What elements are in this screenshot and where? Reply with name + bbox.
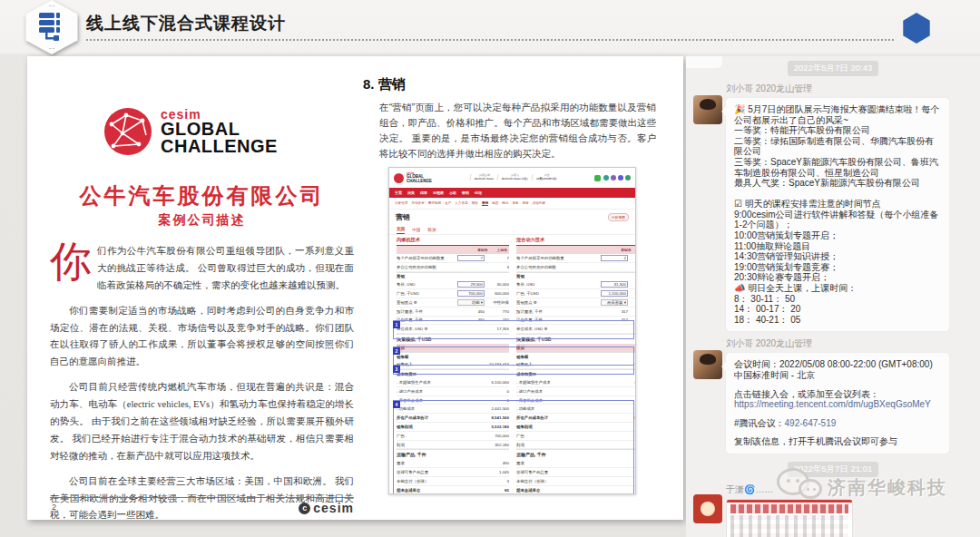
table-row: 全球可售产品总量1,045 [397, 468, 509, 477]
table-row: 售价, USD29,50030,000 [397, 280, 509, 289]
message-bubble: 会议时间：2022/05/08 08:00-22:00 (GMT+08:00) … [726, 353, 949, 454]
cesim-logo: cesim GLOBAL CHALLENGE [103, 106, 278, 157]
course-hexagon-badge [24, 0, 80, 54]
table-row: 运输产品, 千件 [516, 449, 636, 459]
watermark: 济南华峻科技 [777, 464, 947, 510]
wechat-chat-panel: 2022年5月7日 20:43 刘小哥 2020龙山管理 🎉 5月7日的团队展示… [686, 56, 980, 537]
dropcap: 你 [50, 243, 97, 280]
table-row: 利润352,180 [397, 441, 509, 450]
screenshot-header: cesim GLOBAL CHALLENGE 决策区域Rochelle Swan… [389, 168, 635, 188]
table-row: - 库存机会成本0 [516, 396, 636, 405]
table-row: 广告, 千USD1,100,0001,000,000 [516, 289, 636, 298]
table-row: 广告1,100,000 [516, 432, 636, 441]
meeting-link[interactable]: https://meeting.tencent.com/dm/ugBXeqGso… [734, 399, 941, 410]
slide-header: 线上线下混合式课程设计 [0, 0, 980, 54]
cesim-c-icon: c [299, 503, 310, 514]
region-tabs: 美国中国欧洲 [389, 224, 635, 235]
table-row: 营销 [516, 272, 636, 281]
sender-name: 刘小哥 2020龙山管理 [726, 83, 971, 95]
table-row: 预计需求, 千件450770 [397, 308, 509, 317]
table-row: 营销重点 ⚙功能 ▾中性环保 [397, 298, 509, 308]
logo-challenge-text: CHALLENGE [161, 138, 278, 155]
table-row: 预计需求, 千件317317 [516, 308, 636, 317]
table-row: 销售收入10,734,474 [397, 360, 509, 369]
hybrid-tech-column: 混合动力技术 本回合 上回合 每个产品拟采用的功能数量22来自公司研发的功能数3… [516, 235, 636, 494]
cesim-platform-screenshot: cesim GLOBAL CHALLENGE 决策区域Rochelle Swan… [388, 167, 636, 494]
chat-timestamp: 2022年5月7日 20:43 [788, 61, 879, 76]
status-chip-icon [594, 175, 601, 181]
paragraph-4: 公司目前在全球主要经营三大市场区域：美国，中国和欧洲。 我们在美国和欧洲的业务相… [50, 474, 354, 525]
table-row: 需求450 [397, 459, 509, 468]
title-underline [86, 39, 894, 41]
table-row: 期末全球库存62 [516, 486, 636, 494]
screenshot-page-title: 营销 [396, 212, 410, 222]
sender-name: 刘小哥 2020龙山管理 [726, 337, 971, 350]
section-body-text: 在“营销”页面上，您可以决定每种产品拟采用的功能数量以及营销组合，即产品、价格和… [379, 100, 656, 161]
table-row: 模拟 [516, 344, 636, 352]
table-row: - 功能成本1,902,000 [516, 405, 636, 414]
table-row: 每个产品拟采用的功能数量22 [516, 254, 636, 263]
table-row: 营销 [397, 272, 509, 281]
screenshot-cesim-logo: cesim GLOBAL CHALLENGE [394, 172, 432, 183]
table-row: - 本期现货生产成本6,358,000 [516, 378, 636, 387]
table-row: 成本和费用 [516, 369, 636, 378]
table-row: 销售额 [516, 352, 636, 361]
message-bubble: 🎉 5月7日的团队展示与海报大赛圆满结束啦！每个公司都展示出了自己的风采~一等奖… [726, 98, 949, 331]
table-row: 计划产量, 千件317317 [516, 317, 636, 326]
table-row: 销售利润5,532,180 [397, 423, 509, 432]
attachment-results-table [730, 515, 848, 537]
table-row: 决策模拟, 千USD [397, 334, 509, 344]
case-body-text: 你们作为公牛汽车股份有限公司重组领导团队，一系列意义重大的挑战正等待达成。 公司… [50, 243, 354, 532]
table-row: - 进口产品成本0 [397, 387, 509, 396]
hexagon-decoration [902, 13, 931, 44]
table-row: 销售利润1,592,600 [516, 423, 636, 432]
table-row: 模拟 [397, 344, 509, 352]
table-row: 营销重点 ⚙品质形象 ▾高端环保 [516, 298, 636, 308]
table-row: 未能交付（全球）3 [397, 477, 509, 486]
case-description-page: cesim GLOBAL CHALLENGE 公牛汽车股份有限公司 案例公司描述… [50, 56, 354, 520]
avatar[interactable] [693, 350, 722, 379]
table-row: - 本期现货生产成本6,100,000 [397, 378, 509, 387]
table-row: 所有产品成本合计8,541,500 [397, 414, 509, 423]
table-row: - 功能成本2,441,500 [397, 405, 509, 414]
page-title: 线上线下混合式课程设计 [86, 12, 286, 35]
cesim-globe-icon [103, 106, 153, 157]
screenshot-sub-nav: 仪表管理市场设置需求预测生产人力资源研发营销地区物流税务财务决策列表 [389, 198, 635, 210]
screenshot-breadcrumbs: 决策区域Rochelle Swan决策人Rochelle Swan (7位)回合… [470, 174, 557, 181]
table-row: 运输产品, 千件 [397, 449, 509, 459]
section-heading: 8. 营销 [363, 76, 406, 93]
marketing-section-page: 8. 营销 在“营销”页面上，您可以决定每种产品拟采用的功能数量以及营销组合，即… [363, 56, 679, 520]
table-row: - 库存机会成本0 [397, 396, 509, 405]
table-row: 广告, 千USD700,000600,000 [397, 289, 509, 298]
table-row: - 进口产品成本0 [516, 387, 636, 396]
table-row: 销售额 [397, 352, 509, 361]
chat-message-2: 刘小哥 2020龙山管理 会议时间：2022/05/08 08:00-22:00… [686, 337, 980, 454]
table-row: 决策模拟, 千USD [516, 334, 636, 344]
table-row: 单位成本, USD ⚙17,355 [397, 325, 509, 334]
company-title: 公牛汽车股份有限公司 [50, 181, 354, 210]
table-row: 广告700,000 [397, 432, 509, 441]
paragraph-3: 公司目前只经营传统内燃机汽车市场，但现在普遍的共识是：混合动力车、电动车（ele… [50, 379, 354, 464]
table-row: 来自公司研发的功能数3 [397, 263, 509, 272]
table-row: 未能交付（全球）0 [516, 477, 636, 486]
table-row: 期末全球库存85 [397, 486, 509, 494]
table-row: 销售收入9,852,600 [516, 360, 636, 369]
company-subtitle: 案例公司描述 [50, 212, 354, 229]
paragraph-2: 你们需要制定适当的市场战略，同时考虑到公司的自身竞争力和市场定位、潜在的法规、关… [50, 303, 354, 372]
table-row: 需求317 [516, 459, 636, 468]
previous-bubble-remnant [686, 56, 722, 68]
page-number: 2 [52, 503, 56, 512]
avatar[interactable] [693, 95, 722, 124]
table-row: 售价, USD31,50032,000 [516, 280, 636, 289]
table-row: 每个产品拟采用的功能数量77 [397, 254, 509, 263]
table-row: 成本和费用 [397, 369, 509, 378]
table-row: 计划产量, 千件450770 [397, 317, 509, 326]
footer-rule [50, 497, 354, 498]
paragraph-1: 们作为公牛汽车股份有限公司重组领导团队，一系列意义重大的挑战正等待达成。 公司曾… [97, 246, 354, 290]
table-row: 来自公司研发的功能数3 [516, 263, 636, 272]
avatar[interactable] [693, 494, 722, 523]
watermark-text: 济南华峻科技 [828, 475, 947, 500]
meeting-id[interactable]: 492-647-519 [785, 418, 837, 428]
ice-tech-column: 内燃机技术 本回合 上回合 每个产品拟采用的功能数量77来自公司研发的功能数3营… [397, 235, 509, 494]
table-row: 全球可售产品总量980 [516, 468, 636, 477]
